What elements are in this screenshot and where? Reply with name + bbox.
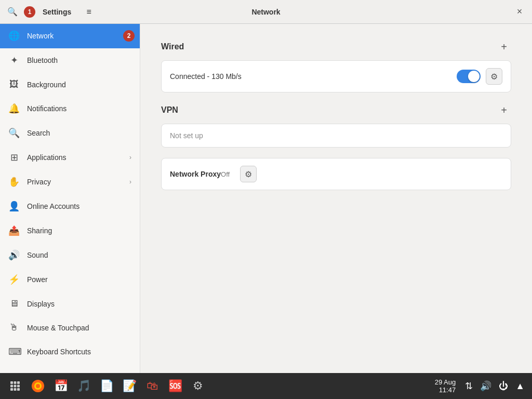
sidebar-item-online-accounts[interactable]: 👤 Online Accounts	[0, 194, 140, 219]
mouse-icon: 🖱	[8, 322, 20, 333]
bluetooth-icon: ✦	[8, 55, 20, 66]
vpn-card: Not set up	[161, 124, 511, 148]
svg-rect-4	[14, 385, 17, 388]
taskbar-sound-button[interactable]: 🎵	[74, 376, 94, 396]
svg-rect-5	[17, 385, 20, 388]
svg-rect-1	[14, 381, 17, 384]
privacy-icon: ✋	[8, 176, 20, 188]
sidebar-item-notifications[interactable]: 🔔 Notifications	[0, 97, 140, 121]
sidebar-label-background: Background	[27, 81, 66, 89]
vpn-title: VPN	[161, 105, 178, 115]
sidebar-label-sharing: Sharing	[27, 227, 52, 235]
sidebar-label-notifications: Notifications	[27, 104, 66, 113]
wired-title: Wired	[161, 42, 184, 51]
sidebar-label-displays: Displays	[27, 300, 55, 308]
online-accounts-icon: 👤	[8, 201, 20, 212]
wired-section-header: Wired +	[161, 39, 511, 54]
svg-point-11	[36, 384, 40, 388]
sidebar-item-keyboard[interactable]: ⌨ Keyboard Shortcuts	[0, 340, 140, 364]
sidebar-label-sound: Sound	[27, 251, 48, 259]
sidebar: 🌐 Network 2 ✦ Bluetooth 🖼 Background 🔔 N…	[0, 24, 140, 373]
taskbar-writer-button[interactable]: 📝	[119, 376, 139, 396]
taskbar-firefox-button[interactable]	[28, 376, 48, 396]
sidebar-label-keyboard: Keyboard Shortcuts	[27, 348, 91, 356]
network-status-icon[interactable]: ⇅	[463, 378, 475, 394]
taskbar-date: 29 Aug	[435, 378, 456, 386]
sidebar-item-background[interactable]: 🖼 Background	[0, 73, 140, 97]
svg-rect-6	[10, 388, 13, 391]
titlebar: 🔍 1 Settings ≡ Network ×	[0, 0, 532, 24]
volume-icon[interactable]: 🔊	[478, 378, 494, 394]
sharing-icon: 📤	[8, 225, 20, 236]
keyboard-icon: ⌨	[8, 346, 20, 357]
sidebar-item-privacy[interactable]: ✋ Privacy ›	[0, 170, 140, 194]
privacy-chevron: ›	[129, 178, 131, 185]
wired-status-label: Connected - 130 Mb/s	[170, 72, 457, 81]
main-layout: 🌐 Network 2 ✦ Bluetooth 🖼 Background 🔔 N…	[0, 24, 532, 373]
sidebar-item-bluetooth[interactable]: ✦ Bluetooth	[0, 48, 140, 73]
sidebar-item-sound[interactable]: 🔊 Sound	[0, 243, 140, 268]
sidebar-item-mouse[interactable]: 🖱 Mouse & Touchpad	[0, 316, 140, 340]
proxy-row: Network Proxy Off ⚙	[162, 158, 511, 190]
page-title: Network	[251, 8, 280, 16]
wired-toggle[interactable]	[457, 70, 481, 83]
sidebar-label-privacy: Privacy	[27, 178, 51, 186]
proxy-settings-button[interactable]: ⚙	[240, 166, 257, 182]
wired-settings-button[interactable]: ⚙	[486, 68, 502, 85]
arrow-up-icon[interactable]: ▲	[513, 379, 527, 394]
background-icon: 🖼	[8, 79, 20, 90]
sidebar-item-search[interactable]: 🔍 Search	[0, 121, 140, 145]
sidebar-item-power[interactable]: ⚡ Power	[0, 268, 140, 292]
wired-card: Connected - 130 Mb/s ⚙	[161, 60, 511, 92]
network-icon: 🌐	[8, 30, 20, 42]
power-icon: ⚡	[8, 274, 20, 285]
taskbar-files-button[interactable]: 📄	[97, 376, 116, 396]
sidebar-item-sharing[interactable]: 📤 Sharing	[0, 219, 140, 243]
sidebar-label-power: Power	[27, 275, 48, 284]
sidebar-label-search: Search	[27, 129, 50, 137]
vpn-status-label: Not set up	[170, 131, 502, 140]
wired-add-button[interactable]: +	[497, 39, 511, 54]
svg-rect-2	[17, 381, 20, 384]
taskbar-time: 11:47	[435, 386, 456, 394]
proxy-card: Network Proxy Off ⚙	[161, 158, 511, 190]
sidebar-item-applications[interactable]: ⊞ Applications ›	[0, 145, 140, 170]
content-area: Wired + Connected - 130 Mb/s ⚙ VPN + Not…	[140, 24, 532, 373]
applications-chevron: ›	[129, 154, 131, 161]
taskbar-calendar-button[interactable]: 📅	[51, 376, 71, 396]
taskbar: 📅 🎵 📄 📝 🛍 🆘 ⚙ 29 Aug 11:47 ⇅ 🔊 ⏻ ▲	[0, 373, 532, 399]
svg-rect-0	[10, 381, 13, 384]
taskbar-grid-button[interactable]	[5, 376, 25, 396]
vpn-add-button[interactable]: +	[497, 103, 511, 117]
titlebar-right: ×	[512, 5, 532, 19]
applications-icon: ⊞	[8, 152, 20, 163]
badge-1: 1	[24, 6, 35, 18]
sidebar-label-network: Network	[27, 32, 54, 40]
search-button[interactable]: 🔍	[4, 4, 21, 20]
taskbar-settings-button[interactable]: ⚙	[188, 376, 208, 396]
power-status-icon[interactable]: ⏻	[497, 379, 510, 394]
sidebar-label-online-accounts: Online Accounts	[27, 202, 79, 210]
displays-icon: 🖥	[8, 298, 20, 309]
sidebar-item-network[interactable]: 🌐 Network 2	[0, 24, 140, 48]
app-title: Settings	[38, 8, 75, 16]
vpn-section-header: VPN +	[161, 103, 511, 117]
menu-button[interactable]: ≡	[81, 4, 97, 20]
svg-rect-3	[10, 385, 13, 388]
sound-icon: 🔊	[8, 249, 20, 261]
sidebar-label-mouse: Mouse & Touchpad	[27, 324, 89, 332]
vpn-status-row: Not set up	[162, 124, 511, 147]
titlebar-left: 🔍 1 Settings ≡	[0, 4, 97, 20]
taskbar-store-button[interactable]: 🛍	[142, 376, 162, 396]
taskbar-clock: 29 Aug 11:47	[435, 378, 456, 394]
notifications-icon: 🔔	[8, 103, 20, 114]
taskbar-sys-icons: ⇅ 🔊 ⏻ ▲	[463, 378, 527, 394]
sidebar-label-applications: Applications	[27, 153, 66, 162]
sidebar-label-bluetooth: Bluetooth	[27, 56, 58, 64]
proxy-status: Off	[221, 170, 230, 178]
close-button[interactable]: ×	[512, 5, 527, 19]
badge-2: 2	[123, 30, 135, 42]
taskbar-help-button[interactable]: 🆘	[165, 376, 185, 396]
sidebar-item-displays[interactable]: 🖥 Displays	[0, 292, 140, 316]
search-nav-icon: 🔍	[8, 127, 20, 139]
